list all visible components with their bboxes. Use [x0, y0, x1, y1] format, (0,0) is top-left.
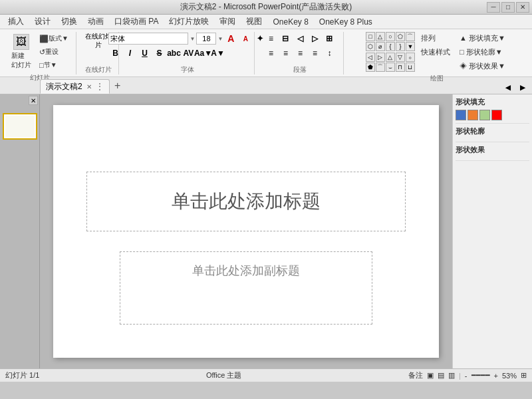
fill-color-blue[interactable]	[456, 110, 466, 120]
main-area: ✕ 单击此处添加标题 单击此处添加副标题 形状填充 形	[0, 94, 532, 368]
para-row1: ≡ ⊟ ◁ ▷ ⊞	[264, 32, 336, 45]
align-center-button[interactable]: ≡	[279, 47, 292, 60]
shape-cell[interactable]: ⬦	[406, 53, 415, 62]
add-tab-button[interactable]: +	[111, 79, 124, 92]
shape-cell[interactable]: ⌣	[386, 63, 395, 72]
slide-sorter-button[interactable]: ▤	[438, 371, 444, 380]
menu-review[interactable]: 审阅	[214, 15, 241, 29]
zoom-slider[interactable]: ━━━━	[471, 371, 490, 380]
new-slide-button[interactable]: 🖼 新建幻灯片	[8, 32, 35, 72]
slide-thumb-inner	[5, 116, 35, 137]
arrange-button[interactable]: 排列	[418, 32, 454, 45]
menu-insert[interactable]: 插入	[3, 15, 29, 29]
tab-scroll-left[interactable]: ◀	[501, 80, 515, 94]
shape-cell[interactable]: {	[386, 42, 395, 51]
decrease-indent-button[interactable]: ◁	[293, 32, 307, 45]
shape-outline-button[interactable]: □ 形状轮廓▼	[456, 46, 509, 59]
align-right-button[interactable]: ≡	[293, 47, 307, 60]
font-size-arrow[interactable]: ▼	[217, 36, 223, 42]
zoom-out-button[interactable]: -	[465, 372, 467, 380]
menu-transition[interactable]: 切换	[56, 15, 82, 29]
new-slide-label: 新建幻灯片	[11, 51, 31, 70]
shape-cell[interactable]: ◁	[366, 53, 375, 62]
shape-cell[interactable]: ⬡	[366, 42, 375, 51]
shape-cell[interactable]: □	[366, 32, 375, 41]
shape-cell[interactable]: △	[376, 32, 385, 41]
layout-button[interactable]: ⬛ 版式▼	[36, 33, 72, 45]
tab-scroll-right[interactable]: ▶	[516, 80, 529, 94]
slide-canvas: 单击此处添加标题 单击此处添加副标题	[53, 105, 439, 358]
italic-button[interactable]: I	[123, 47, 136, 60]
shape-options: ▲ 形状填充▼ □ 形状轮廓▼ ◈ 形状效果▼	[456, 32, 509, 72]
shape-cell[interactable]: ⬟	[366, 63, 375, 72]
char-spacing-button[interactable]: AV	[182, 47, 195, 60]
font-name-input[interactable]	[108, 33, 188, 45]
shape-cell[interactable]: ▽	[396, 53, 405, 62]
shape-grid: □ △ ○ ⬠ ⌒ ⬡ ⌀ { } ▼	[366, 32, 415, 51]
shape-cell[interactable]: ⌒	[406, 32, 415, 41]
slide-thumbnail-1[interactable]	[3, 113, 37, 140]
increase-font-button[interactable]: A	[224, 32, 237, 45]
strikethrough-button[interactable]: S	[152, 47, 166, 60]
font-size-input[interactable]	[196, 33, 216, 45]
line-spacing-button[interactable]: ↕	[323, 47, 336, 60]
zoom-in-button[interactable]: +	[494, 372, 498, 380]
shape-fill-button[interactable]: ▲ 形状填充▼	[456, 32, 509, 45]
shape-grid2: ◁ ▷ △ ▽ ⬦ ⬟ ⌒ ⌣ ⊓ ⊔	[366, 53, 415, 72]
shape-cell[interactable]: ⬠	[396, 32, 405, 41]
reset-button[interactable]: ↺ 重设	[36, 46, 72, 58]
notes-button[interactable]: 备注	[408, 370, 423, 380]
shape-cell[interactable]: ⌀	[376, 42, 385, 51]
underline-button[interactable]: U	[138, 47, 151, 60]
shape-cell[interactable]: ⌒	[376, 63, 385, 72]
section-label: 节▼	[44, 61, 57, 70]
change-case-button[interactable]: Aa▼	[196, 47, 209, 60]
subtitle-placeholder[interactable]: 单击此处添加副标题	[120, 251, 372, 325]
section-button[interactable]: □ 节▼	[36, 59, 72, 71]
font-color-button[interactable]: A▼	[211, 47, 224, 60]
fit-slide-button[interactable]: ⊞	[521, 371, 527, 380]
tab-close-button[interactable]: ✕	[86, 83, 92, 90]
increase-indent-button[interactable]: ▷	[308, 32, 321, 45]
shape-cell[interactable]: ⊔	[406, 63, 415, 72]
fill-color-green[interactable]	[479, 110, 490, 120]
quick-style-button[interactable]: 快速样式	[418, 46, 454, 59]
decrease-font-button[interactable]: A	[239, 32, 252, 45]
menu-design[interactable]: 设计	[29, 15, 56, 29]
reading-view-button[interactable]: ▥	[448, 371, 455, 380]
menu-pocketanim[interactable]: 口袋动画 PA	[109, 15, 164, 29]
shape-cell[interactable]: ▷	[376, 53, 385, 62]
close-panel-button[interactable]: ✕	[29, 96, 38, 105]
columns-button[interactable]: ⊞	[323, 32, 336, 45]
shape-cell[interactable]: ⊓	[396, 63, 405, 72]
font-name-arrow[interactable]: ▼	[190, 36, 195, 42]
close-button[interactable]: ✕	[516, 2, 529, 13]
shape-cell[interactable]: ○	[386, 32, 395, 41]
menu-animation[interactable]: 动画	[82, 15, 109, 29]
slide-info: 幻灯片 1/1	[5, 370, 39, 380]
normal-view-button[interactable]: ▣	[427, 371, 434, 380]
minimize-button[interactable]: ─	[487, 2, 500, 13]
maximize-button[interactable]: □	[501, 2, 515, 13]
fill-color-red[interactable]	[491, 110, 502, 120]
section-icon: □	[39, 61, 44, 69]
shape-effect-button[interactable]: ◈ 形状效果▼	[456, 60, 509, 72]
menu-view[interactable]: 视图	[241, 15, 267, 29]
numbered-list-button[interactable]: ⊟	[279, 32, 292, 45]
justify-button[interactable]: ≡	[308, 47, 321, 60]
fill-color-orange[interactable]	[467, 110, 478, 120]
shape-cell-more[interactable]: ▼	[406, 42, 415, 51]
slide-tab-1[interactable]: 演示文稿2 ✕ ⋮	[40, 79, 110, 94]
menu-onekey8[interactable]: OneKey 8	[267, 16, 313, 28]
shape-cell[interactable]: △	[386, 53, 395, 62]
menu-onekey8plus[interactable]: OneKey 8 Plus	[314, 16, 378, 28]
bullet-list-button[interactable]: ≡	[264, 32, 277, 45]
menu-slideshow[interactable]: 幻灯片放映	[164, 15, 214, 29]
shape-cell[interactable]: }	[396, 42, 405, 51]
bold-button[interactable]: B	[108, 47, 122, 60]
title-placeholder[interactable]: 单击此处添加标题	[86, 172, 406, 231]
shadow-button[interactable]: abc	[167, 47, 180, 60]
align-left-button[interactable]: ≡	[264, 47, 277, 60]
right-panel: 形状填充 形状轮廓 形状效果	[452, 94, 532, 368]
tab-menu-icon[interactable]: ⋮	[96, 82, 104, 91]
